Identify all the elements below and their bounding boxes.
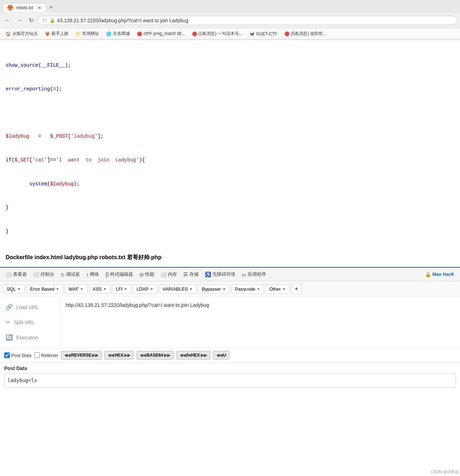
hackbar: SQL ▼ Error Based ▼ WAF ▼ XSS ▼ LFI ▼ LD… [0,281,460,390]
postdata-section: Post Data [0,362,460,390]
devtool-inspect[interactable]: ⬜ 查看器 [3,267,30,281]
menu-variables[interactable]: VARIABLES ▼ [159,284,196,294]
menu-passcode[interactable]: Passcode ▼ [231,284,264,294]
execution-item[interactable]: 🔄 Execution [0,330,60,345]
page-content: show_source(__FILE__); error_reporting(0… [0,40,460,267]
hackbar-menu: SQL ▼ Error Based ▼ WAF ▼ XSS ▼ LFI ▼ LD… [0,281,460,297]
menu-bypasser[interactable]: Bypasser ▼ [198,284,230,294]
add-menu-button[interactable]: + [291,284,302,294]
forward-button[interactable]: → [15,16,25,25]
storage-icon: ☰ [183,272,188,277]
0xhex-label: 0xHEX [187,353,200,358]
bookmark-jd[interactable]: 🌐 京东商城 [103,30,133,37]
devtool-debugger[interactable]: ◇ 调试器 [58,267,83,281]
devtool-console-label: 控制台 [41,271,54,278]
hex-label: HEX [115,353,123,358]
variables-arrow: ▼ [189,287,193,291]
devtool-style[interactable]: {} 样式编辑器 [103,267,136,281]
devtool-debugger-label: 调试器 [66,271,80,278]
menu-error-based[interactable]: Error Based ▼ [26,284,63,294]
0xhex-button[interactable]: ◀◀ 0xHEX ▶▶ [176,351,210,359]
devtool-brand: 🔒 Max HacK [422,272,457,277]
menu-waf[interactable]: WAF ▼ [65,284,87,294]
code-line-8: } [6,204,454,212]
menu-lfi-label: LFI [116,286,122,292]
menu-waf-label: WAF [68,286,78,292]
devtool-console[interactable]: ⬜ 控制台 [30,267,57,281]
bookmarks-bar: 🏠 火狐官方站点 🦊 新手上路 📁 常用网址 🌐 京东商城 🔴 ctf中 pre… [0,28,460,40]
address-input[interactable] [57,18,453,23]
u-label: U [223,353,226,358]
code-line-7: system($ladybug); [6,180,454,188]
memory-icon: ⬜ [161,272,167,277]
bookmark-ctf2[interactable]: 🔴 (1条消息) 一句话木马... [189,30,245,37]
split-url-item[interactable]: ✂ Split URL [0,315,60,330]
hackbar-main: http://43.139.21.57:2220/ladybug.php/?ca… [60,297,460,348]
devtool-storage-label: 存储 [189,271,199,278]
devtool-network[interactable]: ↕ 网络 [83,267,102,281]
menu-ldap[interactable]: LDAP ▼ [133,284,157,294]
lfi-arrow: ▼ [124,287,127,291]
base64-button[interactable]: ◀◀ BASE64 ▶▶ [137,351,174,359]
devtool-a11y-label: 无障碍环境 [212,271,235,278]
bookmark-guet[interactable]: 🦋 GUET-CTF [247,31,280,37]
referrer-checkbox[interactable] [34,352,40,358]
base64-arrow-right: ▶▶ [164,353,170,358]
url-display[interactable]: http://43.139.21.57:2220/ladybug.php/?ca… [64,299,456,312]
bookmark-icon: 🔴 [192,31,197,36]
menu-sql[interactable]: SQL ▼ [3,284,25,294]
menu-other[interactable]: Other ▼ [265,284,289,294]
devtool-perf-label: 性能 [145,271,154,278]
tab-favicon: 🦊 [7,5,13,11]
reload-button[interactable]: ↻ [27,16,36,25]
devtools-bar: ⬜ 查看器 ⬜ 控制台 ◇ 调试器 ↕ 网络 {} 样式编辑器 ◎ 性能 ⬜ 内… [0,267,460,281]
address-bar-wrap[interactable]: 🛡 🔒 [38,16,457,25]
bookmark-label: 新手上路 [52,31,68,37]
devtool-storage[interactable]: ☰ 存储 [181,267,201,281]
code-line-2: show_source(__FILE__); [6,61,454,69]
load-url-item[interactable]: 🔗 Load URL [0,299,60,315]
tab-title: robots.txt [16,5,33,10]
bookmark-ctf1[interactable]: 🔴 ctf中 preg_match 绕... [134,30,188,37]
bookmark-newbie[interactable]: 🦊 新手上路 [42,30,71,37]
hackbar-controls: Post Data Referrer ◀◀ REVERSE ▶▶ ◀◀ HEX … [0,348,460,362]
bookmark-label: (5条消息) 攻防世... [291,31,326,37]
bookmark-icon: 📁 [75,31,81,36]
u-button[interactable]: ◀◀ U [213,351,230,359]
menu-xss[interactable]: XSS ▼ [89,284,111,294]
active-tab[interactable]: 🦊 robots.txt ✕ [3,3,46,12]
hex-button[interactable]: ◀◀ HEX ▶▶ [104,351,134,359]
bookmark-icon: 🦋 [249,31,255,36]
postdata-input[interactable] [4,373,456,387]
0xhex-arrow-left: ◀◀ [180,353,186,358]
devtool-perf[interactable]: ◎ 性能 [137,267,157,281]
bookmark-common[interactable]: 📁 常用网址 [73,30,102,37]
apps-icon: ⚏ [242,272,246,277]
waf-arrow: ▼ [80,287,84,291]
post-data-control: Post Data [4,352,31,358]
bookmark-attack[interactable]: 🔴 (5条消息) 攻防世... [282,30,329,37]
post-data-checkbox[interactable] [4,352,10,358]
referrer-control: Referrer [34,352,58,358]
devtool-a11y[interactable]: ♿ 无障碍环境 [202,267,238,281]
0xhex-arrow-right: ▶▶ [201,353,207,358]
bookmark-firefox[interactable]: 🏠 火狐官方站点 [3,30,41,37]
reverse-button[interactable]: ◀◀ REVERSE ▶▶ [61,351,102,359]
sql-arrow: ▼ [17,287,21,291]
menu-lfi[interactable]: LFI ▼ [112,284,131,294]
new-tab-button[interactable]: + [49,4,53,11]
u-arrow-left: ◀◀ [216,353,223,358]
brand-label: Max HacK [432,272,454,277]
back-button[interactable]: ← [3,16,13,25]
menu-xss-label: XSS [93,286,102,292]
devtool-apps[interactable]: ⚏ 应用程序 [239,267,269,281]
tab-close-button[interactable]: ✕ [37,5,42,11]
devtool-memory[interactable]: ⬜ 内存 [158,267,180,281]
bookmark-label: 常用网址 [82,31,99,37]
other-arrow: ▼ [282,287,286,291]
bookmark-label: ctf中 preg_match 绕... [144,31,185,37]
bookmark-icon: 🔴 [284,31,290,36]
inspect-icon: ⬜ [6,272,12,277]
code-line-6: if($_GET['cat']=='I want to join Ladybug… [6,156,454,164]
browser-chrome: 🦊 robots.txt ✕ + ← → ↻ 🛡 🔒 🏠 火狐官方站点 🦊 新手… [0,0,460,40]
